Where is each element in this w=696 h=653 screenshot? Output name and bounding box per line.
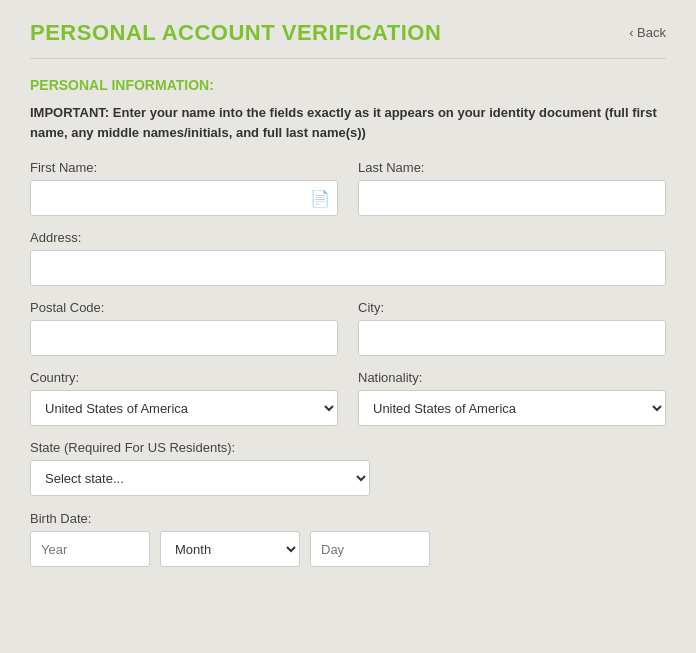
postal-code-group: Postal Code: <box>30 300 338 356</box>
birth-date-label: Birth Date: <box>30 511 91 526</box>
last-name-label: Last Name: <box>358 160 666 175</box>
first-name-label: First Name: <box>30 160 338 175</box>
personal-info-section: PERSONAL INFORMATION: IMPORTANT: Enter y… <box>30 77 666 567</box>
address-input[interactable] <box>30 250 666 286</box>
birth-date-fields: Month January February March April May J… <box>30 531 666 567</box>
address-row: Address: <box>30 230 666 286</box>
postal-city-row: Postal Code: City: <box>30 300 666 356</box>
country-select[interactable]: United States of America United Kingdom … <box>30 390 338 426</box>
postal-code-input[interactable] <box>30 320 338 356</box>
last-name-input[interactable] <box>358 180 666 216</box>
nationality-select[interactable]: United States of America United Kingdom … <box>358 390 666 426</box>
state-group: State (Required For US Residents): Selec… <box>30 440 370 496</box>
birth-date-section: Birth Date: Month January February March… <box>30 510 666 567</box>
state-select[interactable]: Select state... Alabama Alaska Arizona C… <box>30 460 370 496</box>
nationality-group: Nationality: United States of America Un… <box>358 370 666 426</box>
section-title: PERSONAL INFORMATION: <box>30 77 666 93</box>
country-group: Country: United States of America United… <box>30 370 338 426</box>
country-nationality-row: Country: United States of America United… <box>30 370 666 426</box>
page-title: PERSONAL ACCOUNT VERIFICATION <box>30 20 441 46</box>
id-card-icon: 📄 <box>310 189 330 208</box>
birth-month-select[interactable]: Month January February March April May J… <box>160 531 300 567</box>
important-notice: IMPORTANT: Enter your name into the fiel… <box>30 103 666 142</box>
last-name-group: Last Name: <box>358 160 666 216</box>
country-label: Country: <box>30 370 338 385</box>
birth-year-input[interactable] <box>30 531 150 567</box>
birth-day-input[interactable] <box>310 531 430 567</box>
address-group: Address: <box>30 230 666 286</box>
page-header: PERSONAL ACCOUNT VERIFICATION ‹ Back <box>30 20 666 59</box>
first-name-input-wrapper: 📄 <box>30 180 338 216</box>
first-name-group: First Name: 📄 <box>30 160 338 216</box>
name-row: First Name: 📄 Last Name: <box>30 160 666 216</box>
city-input[interactable] <box>358 320 666 356</box>
state-row: State (Required For US Residents): Selec… <box>30 440 666 496</box>
state-label: State (Required For US Residents): <box>30 440 370 455</box>
postal-code-label: Postal Code: <box>30 300 338 315</box>
city-label: City: <box>358 300 666 315</box>
nationality-label: Nationality: <box>358 370 666 385</box>
address-label: Address: <box>30 230 666 245</box>
first-name-input[interactable] <box>30 180 338 216</box>
back-link[interactable]: ‹ Back <box>629 25 666 40</box>
page-container: PERSONAL ACCOUNT VERIFICATION ‹ Back PER… <box>0 0 696 653</box>
city-group: City: <box>358 300 666 356</box>
